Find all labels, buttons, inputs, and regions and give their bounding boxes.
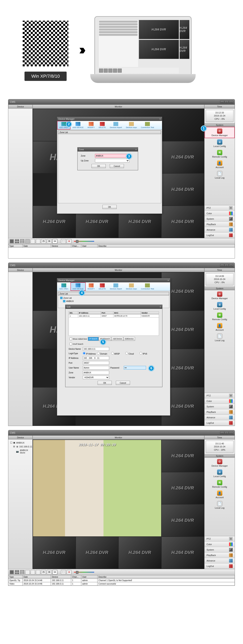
layout-9-button[interactable] (20, 570, 25, 574)
monitor-tile[interactable]: H.264 DVR (162, 440, 204, 472)
ip-search-tab[interactable]: IP Search (88, 337, 99, 341)
system-local-log[interactable]: 📄Local Log (204, 500, 235, 510)
zone-name-input[interactable] (95, 154, 129, 158)
add-device-button[interactable]: ADD DEVICE (71, 121, 86, 130)
system-remote-config[interactable]: 🛠Remote Config (204, 479, 235, 489)
opt-ptz[interactable]: PTZ (204, 205, 235, 211)
delete-button[interactable]: DELETE (97, 121, 108, 130)
monitor-panel[interactable]: H.264 DVR H. H.264 DVR H.264 DVR H.264 D… (33, 272, 204, 426)
logintype-ip[interactable]: IP Address (83, 352, 96, 355)
port-input[interactable] (83, 361, 109, 365)
stop-all-button[interactable]: ✖ (67, 570, 72, 574)
layout-36-button[interactable]: 36 (47, 570, 52, 574)
layout-alt-button[interactable] (31, 570, 35, 574)
opt-logout[interactable]: LogOut (204, 232, 235, 238)
opt-logout[interactable]: LogOut (204, 564, 235, 569)
zone-input[interactable] (83, 371, 109, 374)
zone-ok-button[interactable]: OK (92, 164, 106, 168)
layout-1-button[interactable] (10, 570, 14, 574)
edit-dlg-close-icon[interactable]: × (160, 306, 161, 308)
device-name-input[interactable] (83, 347, 109, 351)
close-button[interactable]: × (229, 100, 233, 103)
username-input[interactable] (83, 366, 109, 370)
layout-1-button[interactable] (10, 239, 14, 244)
system-local-config[interactable]: 🖥Local Config (204, 138, 235, 149)
logintype-ipv6[interactable]: IPV6 (140, 352, 152, 355)
minimize-button[interactable]: — (220, 264, 224, 267)
layout-36-button[interactable]: 36 (47, 239, 52, 244)
layout-64-button[interactable]: 64 (53, 239, 57, 244)
maximize-button[interactable]: □ (224, 264, 229, 267)
layout-9-button[interactable] (20, 239, 25, 244)
monitor-tile[interactable]: H.264 DVR (162, 472, 204, 504)
onvif-checkbox[interactable]: Onvif Search (69, 342, 84, 346)
system-local-config[interactable]: 🖥Local Config (204, 468, 235, 479)
minimize-button[interactable]: — (220, 100, 224, 103)
layout-alt2-button[interactable] (36, 570, 40, 574)
monitor-tile[interactable]: H.264 DVR (162, 537, 204, 569)
minimize-button[interactable]: — (220, 432, 224, 434)
opt-logout[interactable]: LogOut (204, 420, 235, 426)
zone-tree-item[interactable]: ANBIUX (62, 300, 168, 303)
logintype-domain[interactable]: Domain (97, 352, 110, 355)
logintype-cloud[interactable]: Cloud (125, 352, 138, 355)
opt-ptz[interactable]: PTZ (204, 393, 235, 398)
add-device-button[interactable]: ADD DEVICE (71, 282, 86, 291)
stop-all-button[interactable]: ✖ (67, 239, 72, 244)
edit-cancel-button[interactable]: Cancel (116, 381, 130, 385)
maximize-button[interactable]: □ (224, 432, 229, 434)
dlg-close-icon[interactable]: × (160, 118, 161, 120)
opt-system[interactable]: System (204, 216, 235, 222)
monitor-tile[interactable]: H.264 DVR (162, 504, 204, 536)
dlg-ok-button[interactable]: OK (102, 205, 117, 209)
opt-playback[interactable]: PlayBack (204, 410, 235, 415)
log-row[interactable]: OpenGL Tip 2018-10-24 15:14:46 192.168.0… (8, 579, 235, 582)
system-local-log[interactable]: 📄Local Log (204, 170, 235, 180)
monitor-live-tile[interactable]: 2018-11-17 09:39:39 (33, 440, 161, 536)
show-added-checkbox[interactable]: Show Added Devi (69, 337, 88, 341)
device-tree-leaf[interactable]: 📷ANBIUX Store (15, 448, 31, 454)
layout-16-button[interactable] (25, 239, 30, 244)
system-account[interactable]: 👤Account (204, 489, 235, 500)
monitor-panel[interactable]: 2018-11-17 09:39:39 H.264 DVR H.264 DVR … (33, 440, 204, 569)
zone-tree-root[interactable]: Zone List (59, 296, 168, 300)
add-device-tab[interactable]: Add Device (111, 337, 123, 341)
layout-alt2-button[interactable] (36, 239, 40, 244)
devices-import-button[interactable]: Devices import (108, 282, 124, 291)
layout-4-button[interactable] (15, 239, 19, 244)
opt-advance[interactable]: Advance (204, 415, 235, 420)
layout-25-button[interactable]: 25 (41, 239, 46, 244)
modify-button[interactable]: MODIFY (86, 121, 97, 130)
vendor-select[interactable]: H264DVR (83, 376, 109, 379)
volume-slider[interactable] (74, 572, 94, 572)
system-account[interactable]: 👤Account (204, 322, 235, 332)
add-area-button[interactable]: ADD AREA (57, 282, 71, 291)
connection-test-button[interactable]: Connection Test (139, 121, 156, 130)
ip-address-input[interactable] (83, 356, 109, 360)
opt-color[interactable]: Color (204, 211, 235, 216)
up-zone-select[interactable] (95, 159, 129, 162)
delete-button[interactable]: DELETE (97, 282, 108, 291)
monitor-tile[interactable]: H.264 DVR (33, 537, 76, 569)
volume-slider[interactable] (74, 241, 94, 242)
ip-search-table[interactable]: NO. IP Address Port MAC Vendor 1 192.168… (69, 311, 159, 336)
system-remote-config[interactable]: 🛠Remote Config (204, 149, 235, 159)
close-button[interactable]: × (229, 264, 233, 267)
layout-4-button[interactable] (15, 570, 19, 574)
device-tree-ip[interactable]: ⊟🖥192.168.0.11 (12, 444, 31, 448)
dlg-close-icon[interactable]: × (168, 279, 169, 282)
layout-25-button[interactable]: 25 (41, 570, 46, 574)
system-remote-config[interactable]: 🛠Remote Config (204, 311, 235, 322)
system-local-log[interactable]: 📄Local Log (204, 332, 235, 343)
system-device-manager[interactable]: ⚙Device Manager (204, 290, 235, 301)
opt-system[interactable]: System (204, 404, 235, 410)
system-account[interactable]: 👤Account (204, 159, 235, 170)
zone-cancel-button[interactable]: Cancel (110, 164, 124, 168)
connection-test-button[interactable]: Connection Test (139, 282, 156, 291)
opt-advance[interactable]: Advance (204, 227, 235, 232)
opt-color[interactable]: Color (204, 398, 235, 404)
maximize-button[interactable]: □ (224, 100, 229, 103)
opt-ptz[interactable]: PTZ (204, 536, 235, 542)
edit-device-tab[interactable]: EditDevice (123, 337, 135, 341)
ip-table-row[interactable]: 1 192.168.0.11 34567 30:ff:f6:28:14:70 H… (69, 314, 159, 318)
